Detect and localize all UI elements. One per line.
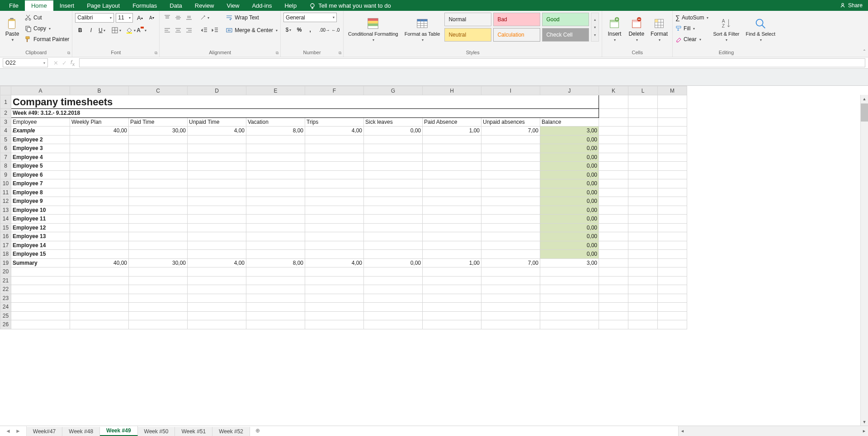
cell[interactable]	[188, 294, 246, 303]
cell[interactable]	[481, 320, 540, 329]
cell[interactable]	[481, 276, 540, 285]
sort-filter-button[interactable]: AZSort & Filter▾	[711, 13, 741, 46]
fx-icon[interactable]: fx	[71, 59, 75, 67]
cell[interactable]	[658, 109, 687, 118]
data-cell[interactable]: 0,00	[540, 162, 599, 171]
data-cell[interactable]	[364, 241, 423, 250]
tab-file[interactable]: File	[3, 0, 25, 11]
data-cell[interactable]: 0,00	[540, 197, 599, 206]
data-cell[interactable]: 0,00	[540, 144, 599, 153]
data-cell[interactable]	[481, 135, 540, 144]
row-header-19[interactable]: 19	[0, 258, 11, 267]
confirm-edit-icon[interactable]: ✓	[62, 60, 67, 66]
align-left-button[interactable]	[162, 25, 172, 35]
data-cell[interactable]	[364, 170, 423, 179]
col-header-J[interactable]: J	[540, 86, 599, 95]
cell[interactable]	[658, 311, 687, 320]
cell[interactable]	[70, 303, 129, 312]
data-cell[interactable]: 40,00	[70, 127, 129, 136]
data-cell[interactable]	[246, 232, 305, 241]
data-cell[interactable]	[305, 162, 364, 171]
cell[interactable]	[481, 303, 540, 312]
table-header-cell[interactable]: Weekly Plan	[70, 117, 129, 127]
cell[interactable]	[628, 188, 658, 197]
row-header-10[interactable]: 10	[0, 179, 11, 188]
cell[interactable]	[628, 135, 658, 144]
cell[interactable]	[599, 320, 628, 329]
row-header-11[interactable]: 11	[0, 188, 11, 197]
cell[interactable]	[599, 276, 628, 285]
cell[interactable]	[481, 311, 540, 320]
data-cell[interactable]	[246, 170, 305, 179]
cell[interactable]	[628, 303, 658, 312]
sheet-tab[interactable]: Week #50	[138, 427, 175, 436]
sheet-nav-prev-icon[interactable]: ◄	[5, 428, 11, 434]
cell[interactable]	[423, 303, 481, 312]
cell[interactable]	[628, 109, 658, 118]
col-header-F[interactable]: F	[305, 86, 364, 95]
insert-cells-button[interactable]: Insert▾	[605, 13, 624, 46]
data-cell[interactable]	[364, 135, 423, 144]
data-cell[interactable]	[188, 215, 246, 224]
cell[interactable]	[70, 276, 129, 285]
data-cell[interactable]	[305, 135, 364, 144]
data-cell[interactable]	[246, 179, 305, 188]
cell[interactable]	[423, 311, 481, 320]
row-header-22[interactable]: 22	[0, 285, 11, 294]
cell[interactable]	[628, 276, 658, 285]
cell[interactable]	[540, 267, 599, 277]
data-cell[interactable]: 0,00	[540, 206, 599, 215]
data-cell[interactable]	[423, 250, 481, 259]
data-cell[interactable]	[423, 162, 481, 171]
cell[interactable]	[70, 320, 129, 329]
cell[interactable]	[658, 170, 687, 179]
data-cell[interactable]: 0,00	[540, 135, 599, 144]
cell[interactable]	[658, 320, 687, 329]
font-name-combo[interactable]: Calibri▾	[75, 13, 114, 23]
cell[interactable]	[188, 276, 246, 285]
employee-cell[interactable]: Employee 5	[11, 162, 70, 171]
cell[interactable]	[188, 311, 246, 320]
sheet-tab[interactable]: Week#47	[27, 427, 62, 436]
cell[interactable]	[658, 223, 687, 232]
style-normal[interactable]: Normal	[444, 13, 491, 26]
data-cell[interactable]	[481, 223, 540, 232]
data-cell[interactable]	[70, 179, 129, 188]
cell[interactable]	[628, 320, 658, 329]
cell[interactable]	[70, 285, 129, 294]
data-cell[interactable]	[364, 179, 423, 188]
cell[interactable]	[628, 170, 658, 179]
fill-button[interactable]: Fill▾	[675, 23, 708, 33]
cell[interactable]	[628, 197, 658, 206]
data-cell[interactable]	[364, 223, 423, 232]
data-cell[interactable]	[305, 206, 364, 215]
cell[interactable]	[70, 311, 129, 320]
row-header-9[interactable]: 9	[0, 170, 11, 179]
col-header-H[interactable]: H	[423, 86, 481, 95]
cell[interactable]	[628, 144, 658, 153]
cell[interactable]	[628, 153, 658, 162]
align-top-button[interactable]	[162, 13, 172, 23]
data-cell[interactable]	[246, 144, 305, 153]
data-cell[interactable]	[423, 170, 481, 179]
data-cell[interactable]: 0,00	[540, 250, 599, 259]
data-cell[interactable]	[246, 215, 305, 224]
cell[interactable]	[599, 109, 628, 118]
data-cell[interactable]	[246, 223, 305, 232]
data-cell[interactable]	[188, 135, 246, 144]
cell[interactable]	[628, 127, 658, 136]
row-header-26[interactable]: 26	[0, 320, 11, 329]
cell[interactable]	[423, 320, 481, 329]
employee-cell[interactable]: Employee 9	[11, 197, 70, 206]
employee-cell[interactable]: Employee 10	[11, 206, 70, 215]
decrease-decimal-button[interactable]: ←.0	[330, 25, 340, 35]
data-cell[interactable]	[305, 232, 364, 241]
data-cell[interactable]	[481, 241, 540, 250]
data-cell[interactable]	[129, 241, 188, 250]
cell[interactable]	[364, 294, 423, 303]
cell[interactable]	[540, 294, 599, 303]
data-cell[interactable]	[246, 250, 305, 259]
sheet-nav-next-icon[interactable]: ►	[15, 428, 21, 434]
employee-cell[interactable]: Employee 6	[11, 170, 70, 179]
cell[interactable]	[599, 197, 628, 206]
